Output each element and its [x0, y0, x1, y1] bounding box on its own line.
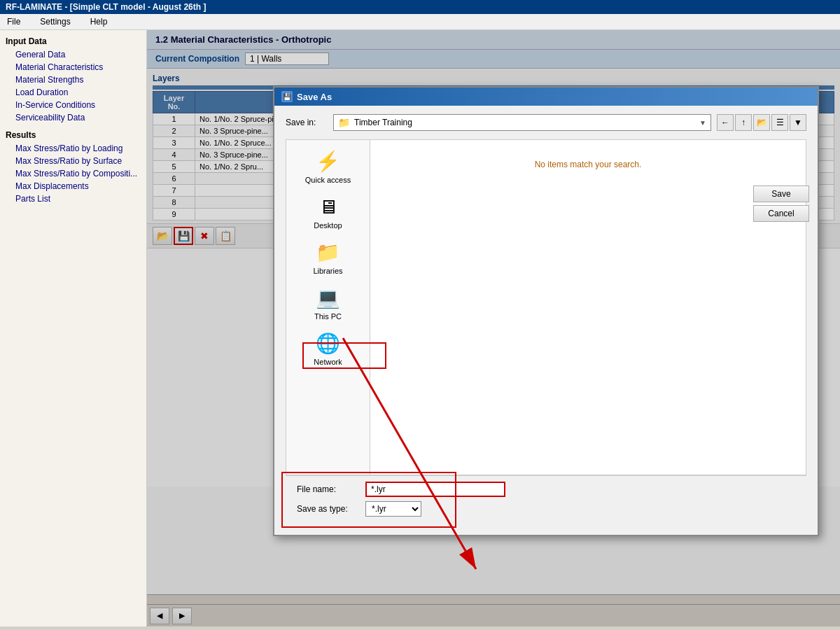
this-pc-icon: 💻: [316, 286, 340, 309]
nav-libraries[interactable]: 📁 Libraries: [286, 237, 370, 279]
title-bar: RF-LAMINATE - [Simple CLT model - August…: [0, 0, 840, 14]
sidebar-item-load-duration[interactable]: Load Duration: [0, 86, 146, 99]
sidebar-item-material-char[interactable]: Material Characteristics: [0, 61, 146, 74]
cancel-dialog-button[interactable]: Cancel: [753, 205, 809, 222]
network-icon: 🌐: [316, 332, 340, 355]
menu-help[interactable]: Help: [86, 15, 112, 28]
quick-access-icon: ⚡: [316, 150, 340, 173]
nav-desktop[interactable]: 🖥 Desktop: [286, 191, 370, 234]
sidebar-item-general[interactable]: General Data: [0, 48, 146, 61]
nav-this-pc[interactable]: 💻 This PC: [286, 282, 370, 325]
file-name-input[interactable]: [365, 482, 505, 497]
sidebar-item-max-stress-loading[interactable]: Max Stress/Ratio by Loading: [0, 142, 146, 155]
sidebar-item-serviceability[interactable]: Serviceability Data: [0, 111, 146, 124]
folder-icon: 📁: [338, 117, 350, 128]
menu-bar: File Settings Help: [0, 14, 840, 30]
view-toggle-icon[interactable]: ☰: [771, 114, 788, 131]
save-type-label: Save as type:: [297, 504, 360, 514]
desktop-label: Desktop: [314, 221, 342, 230]
dialog-title-bar: 💾 Save As: [274, 88, 818, 106]
content-area: 1.2 Material Characteristics - Orthotrop…: [147, 30, 840, 626]
dialog-toolbar-icons: ← ↑ 📂 ☰ ▼: [717, 114, 806, 131]
libraries-label: Libraries: [313, 267, 342, 275]
this-pc-label: This PC: [314, 312, 342, 321]
nav-up-icon[interactable]: ↑: [735, 114, 752, 131]
save-type-select[interactable]: *.lyr: [365, 501, 421, 517]
no-items-text: No items match your search.: [376, 160, 800, 169]
dialog-title-text: Save As: [297, 92, 332, 102]
nav-quick-access[interactable]: ⚡ Quick access: [286, 146, 370, 188]
sidebar-results-section: Results: [0, 128, 146, 142]
network-label: Network: [314, 358, 342, 366]
right-file-panel: No items match your search.: [370, 140, 806, 475]
save-in-combo[interactable]: 📁 Timber Training ▼: [333, 114, 711, 131]
save-type-row: Save as type: *.lyr: [297, 501, 795, 517]
sidebar-item-in-service[interactable]: In-Service Conditions: [0, 99, 146, 111]
app-title: RF-LAMINATE - [Simple CLT model - August…: [6, 2, 206, 12]
save-dialog-button[interactable]: Save: [753, 186, 809, 202]
sidebar-item-max-disp[interactable]: Max Displacements: [0, 180, 146, 192]
view-options-icon[interactable]: ▼: [790, 114, 806, 131]
save-in-row: Save in: 📁 Timber Training ▼ ← ↑ 📂 ☰ ▼: [286, 114, 806, 131]
save-in-label: Save in:: [286, 118, 328, 127]
dialog-body: Save in: 📁 Timber Training ▼ ← ↑ 📂 ☰ ▼: [274, 106, 818, 535]
dialog-buttons: Save Cancel: [753, 186, 809, 222]
libraries-icon: 📁: [316, 241, 340, 264]
sidebar-input-section: Input Data: [0, 34, 146, 48]
sidebar-item-max-stress-surface[interactable]: Max Stress/Ratio by Surface: [0, 155, 146, 167]
menu-settings[interactable]: Settings: [36, 15, 74, 28]
dialog-content-area: ⚡ Quick access 🖥 Desktop 📁 Libraries: [286, 139, 806, 475]
desktop-icon: 🖥: [318, 195, 338, 218]
dialog-title-icon: 💾: [281, 91, 293, 102]
file-name-label: File name:: [297, 484, 360, 494]
menu-file[interactable]: File: [3, 15, 24, 28]
sidebar-item-material-str[interactable]: Material Strengths: [0, 74, 146, 86]
sidebar: Input Data General Data Material Charact…: [0, 30, 147, 626]
dialog-overlay: 💾 Save As Save in: 📁 Timber Training ▼: [147, 30, 840, 626]
quick-access-label: Quick access: [305, 176, 351, 184]
bottom-fields: File name: Save as type: *.lyr: [286, 475, 806, 526]
combo-arrow-icon: ▼: [699, 119, 706, 127]
sidebar-item-max-stress-comp[interactable]: Max Stress/Ratio by Compositi...: [0, 167, 146, 180]
new-folder-icon[interactable]: 📂: [753, 114, 770, 131]
nav-network[interactable]: 🌐 Network: [286, 328, 370, 370]
save-in-value: Timber Training: [354, 118, 695, 127]
sidebar-item-parts-list[interactable]: Parts List: [0, 192, 146, 205]
nav-back-icon[interactable]: ←: [717, 114, 734, 131]
main-layout: Input Data General Data Material Charact…: [0, 30, 840, 626]
left-nav-panel: ⚡ Quick access 🖥 Desktop 📁 Libraries: [286, 140, 370, 475]
bottom-fields-highlight-box: [281, 472, 456, 528]
file-name-row: File name:: [297, 482, 795, 497]
save-as-dialog: 💾 Save As Save in: 📁 Timber Training ▼: [273, 86, 819, 536]
